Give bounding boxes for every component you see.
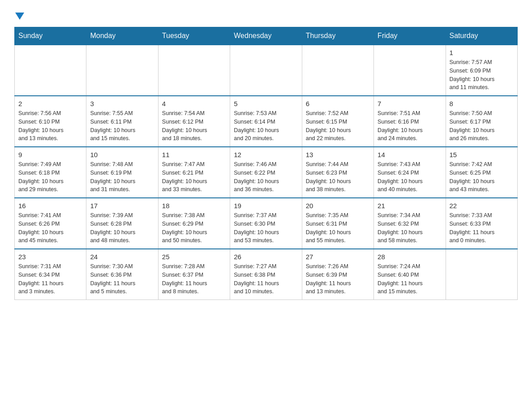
day-number: 4 [162, 100, 226, 107]
calendar-cell: 19Sunrise: 7:37 AMSunset: 6:30 PMDayligh… [230, 198, 302, 249]
calendar-cell [15, 45, 86, 96]
calendar-cell: 20Sunrise: 7:35 AMSunset: 6:31 PMDayligh… [302, 198, 373, 249]
day-number: 25 [162, 253, 226, 261]
day-number: 12 [234, 151, 298, 158]
calendar-cell: 22Sunrise: 7:33 AMSunset: 6:33 PMDayligh… [446, 198, 517, 249]
week-row-4: 16Sunrise: 7:41 AMSunset: 6:26 PMDayligh… [15, 198, 518, 249]
day-info: Sunrise: 7:38 AMSunset: 6:29 PMDaylight:… [162, 211, 226, 245]
day-number: 28 [378, 253, 442, 261]
day-info: Sunrise: 7:26 AMSunset: 6:39 PMDaylight:… [306, 262, 370, 296]
day-info: Sunrise: 7:47 AMSunset: 6:21 PMDaylight:… [162, 160, 226, 194]
day-info: Sunrise: 7:43 AMSunset: 6:24 PMDaylight:… [378, 160, 442, 194]
day-info: Sunrise: 7:46 AMSunset: 6:22 PMDaylight:… [234, 160, 298, 194]
calendar-cell: 2Sunrise: 7:56 AMSunset: 6:10 PMDaylight… [15, 96, 86, 147]
calendar-cell: 1Sunrise: 7:57 AMSunset: 6:09 PMDaylight… [446, 45, 517, 96]
logo-triangle-icon [15, 13, 24, 20]
day-number: 8 [450, 100, 514, 107]
day-info: Sunrise: 7:27 AMSunset: 6:38 PMDaylight:… [234, 262, 298, 296]
day-number: 20 [306, 202, 370, 210]
logo [14, 11, 24, 20]
day-info: Sunrise: 7:48 AMSunset: 6:19 PMDaylight:… [90, 160, 154, 194]
calendar-cell: 10Sunrise: 7:48 AMSunset: 6:19 PMDayligh… [86, 147, 158, 198]
weekday-header-row: SundayMondayTuesdayWednesdayThursdayFrid… [15, 27, 518, 45]
header-wednesday: Wednesday [230, 27, 302, 45]
calendar-cell: 12Sunrise: 7:46 AMSunset: 6:22 PMDayligh… [230, 147, 302, 198]
calendar-cell: 6Sunrise: 7:52 AMSunset: 6:15 PMDaylight… [302, 96, 373, 147]
day-info: Sunrise: 7:52 AMSunset: 6:15 PMDaylight:… [306, 109, 370, 143]
calendar-cell: 24Sunrise: 7:30 AMSunset: 6:36 PMDayligh… [86, 249, 158, 300]
day-number: 24 [90, 253, 154, 261]
calendar-cell: 16Sunrise: 7:41 AMSunset: 6:26 PMDayligh… [15, 198, 86, 249]
header-sunday: Sunday [15, 27, 86, 45]
day-number: 9 [18, 151, 82, 158]
day-number: 13 [306, 151, 370, 158]
day-number: 14 [378, 151, 442, 158]
calendar-cell: 17Sunrise: 7:39 AMSunset: 6:28 PMDayligh… [86, 198, 158, 249]
header-thursday: Thursday [302, 27, 373, 45]
calendar-cell [230, 45, 302, 96]
day-number: 15 [450, 151, 514, 158]
day-info: Sunrise: 7:28 AMSunset: 6:37 PMDaylight:… [162, 262, 226, 296]
calendar-cell [374, 45, 446, 96]
day-info: Sunrise: 7:49 AMSunset: 6:18 PMDaylight:… [18, 160, 82, 194]
calendar-cell: 7Sunrise: 7:51 AMSunset: 6:16 PMDaylight… [374, 96, 446, 147]
calendar-cell: 5Sunrise: 7:53 AMSunset: 6:14 PMDaylight… [230, 96, 302, 147]
day-number: 27 [306, 253, 370, 261]
day-info: Sunrise: 7:39 AMSunset: 6:28 PMDaylight:… [90, 211, 154, 245]
day-number: 16 [18, 202, 82, 210]
calendar-cell: 9Sunrise: 7:49 AMSunset: 6:18 PMDaylight… [15, 147, 86, 198]
week-row-1: 1Sunrise: 7:57 AMSunset: 6:09 PMDaylight… [15, 45, 518, 96]
calendar-cell: 3Sunrise: 7:55 AMSunset: 6:11 PMDaylight… [86, 96, 158, 147]
page-header [14, 11, 518, 20]
calendar-cell: 18Sunrise: 7:38 AMSunset: 6:29 PMDayligh… [158, 198, 230, 249]
day-number: 18 [162, 202, 226, 210]
day-number: 6 [306, 100, 370, 107]
header-monday: Monday [86, 27, 158, 45]
day-info: Sunrise: 7:53 AMSunset: 6:14 PMDaylight:… [234, 109, 298, 143]
day-number: 23 [18, 253, 82, 261]
day-info: Sunrise: 7:31 AMSunset: 6:34 PMDaylight:… [18, 262, 82, 296]
week-row-5: 23Sunrise: 7:31 AMSunset: 6:34 PMDayligh… [15, 249, 518, 300]
day-info: Sunrise: 7:44 AMSunset: 6:23 PMDaylight:… [306, 160, 370, 194]
week-row-3: 9Sunrise: 7:49 AMSunset: 6:18 PMDaylight… [15, 147, 518, 198]
calendar-cell [446, 249, 517, 300]
day-number: 19 [234, 202, 298, 210]
calendar-cell: 21Sunrise: 7:34 AMSunset: 6:32 PMDayligh… [374, 198, 446, 249]
header-tuesday: Tuesday [158, 27, 230, 45]
calendar-cell: 25Sunrise: 7:28 AMSunset: 6:37 PMDayligh… [158, 249, 230, 300]
day-info: Sunrise: 7:34 AMSunset: 6:32 PMDaylight:… [378, 211, 442, 245]
day-info: Sunrise: 7:50 AMSunset: 6:17 PMDaylight:… [450, 109, 514, 143]
day-info: Sunrise: 7:54 AMSunset: 6:12 PMDaylight:… [162, 109, 226, 143]
day-number: 3 [90, 100, 154, 107]
day-number: 10 [90, 151, 154, 158]
calendar-cell: 15Sunrise: 7:42 AMSunset: 6:25 PMDayligh… [446, 147, 517, 198]
day-info: Sunrise: 7:30 AMSunset: 6:36 PMDaylight:… [90, 262, 154, 296]
day-info: Sunrise: 7:51 AMSunset: 6:16 PMDaylight:… [378, 109, 442, 143]
day-number: 7 [378, 100, 442, 107]
day-info: Sunrise: 7:24 AMSunset: 6:40 PMDaylight:… [378, 262, 442, 296]
header-friday: Friday [374, 27, 446, 45]
calendar-cell: 4Sunrise: 7:54 AMSunset: 6:12 PMDaylight… [158, 96, 230, 147]
calendar-table: SundayMondayTuesdayWednesdayThursdayFrid… [14, 27, 518, 300]
calendar-cell: 27Sunrise: 7:26 AMSunset: 6:39 PMDayligh… [302, 249, 373, 300]
week-row-2: 2Sunrise: 7:56 AMSunset: 6:10 PMDaylight… [15, 96, 518, 147]
day-number: 2 [18, 100, 82, 107]
calendar-cell: 23Sunrise: 7:31 AMSunset: 6:34 PMDayligh… [15, 249, 86, 300]
header-saturday: Saturday [446, 27, 517, 45]
day-info: Sunrise: 7:35 AMSunset: 6:31 PMDaylight:… [306, 211, 370, 245]
calendar-cell [158, 45, 230, 96]
day-number: 5 [234, 100, 298, 107]
day-number: 21 [378, 202, 442, 210]
calendar-cell: 14Sunrise: 7:43 AMSunset: 6:24 PMDayligh… [374, 147, 446, 198]
day-info: Sunrise: 7:37 AMSunset: 6:30 PMDaylight:… [234, 211, 298, 245]
day-info: Sunrise: 7:56 AMSunset: 6:10 PMDaylight:… [18, 109, 82, 143]
day-number: 22 [450, 202, 514, 210]
day-info: Sunrise: 7:41 AMSunset: 6:26 PMDaylight:… [18, 211, 82, 245]
calendar-cell [86, 45, 158, 96]
day-number: 26 [234, 253, 298, 261]
calendar-cell [302, 45, 373, 96]
calendar-cell: 11Sunrise: 7:47 AMSunset: 6:21 PMDayligh… [158, 147, 230, 198]
calendar-cell: 13Sunrise: 7:44 AMSunset: 6:23 PMDayligh… [302, 147, 373, 198]
calendar-cell: 8Sunrise: 7:50 AMSunset: 6:17 PMDaylight… [446, 96, 517, 147]
day-number: 1 [450, 49, 514, 56]
